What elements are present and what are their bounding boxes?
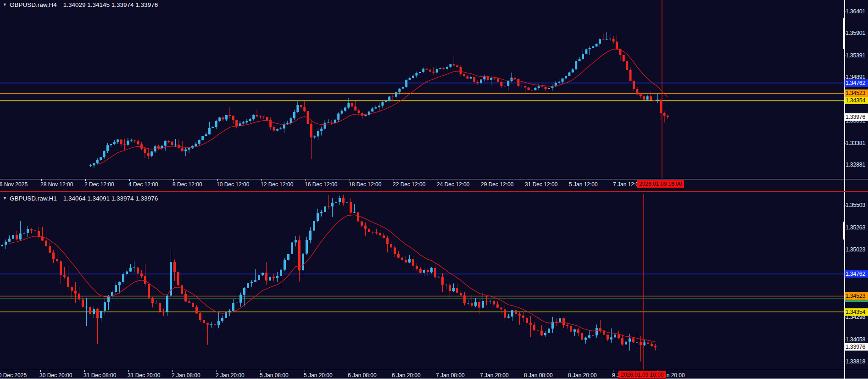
- cursor-time-label: 2026.01.09 16:00: [618, 371, 666, 379]
- current-price-flag: 1.33976: [845, 113, 868, 121]
- price-tick-label: 1.35023: [846, 246, 868, 253]
- price-tick-label: 1.33381: [846, 140, 868, 147]
- axis-range-bar: [843, 18, 845, 49]
- candlestick-series: [89, 32, 669, 168]
- axis-range-bar: [843, 222, 845, 240]
- price-tick-label: 1.36401: [846, 8, 868, 15]
- cursor-time-label: 2026.01.09 16:00: [637, 180, 684, 188]
- orange-level-flag: 1.34523: [845, 89, 868, 97]
- ohlc-values: 1.34029 1.34145 1.33974 1.33976: [63, 1, 158, 8]
- time-label: 8 Jan 20:00: [568, 372, 597, 379]
- chart-title-h1: ▼GBPUSD.raw,H11.34064 1.34091 1.33974 1.…: [3, 195, 158, 202]
- time-axis-h1[interactable]: 30 Dec 202530 Dec 20:0031 Dec 08:0031 De…: [0, 370, 868, 379]
- price-tick-label: 1.32881: [846, 162, 868, 168]
- symbol-period-label: GBPUSD.raw,H4: [10, 1, 57, 8]
- time-label: 24 Dec 12:00: [437, 181, 469, 188]
- yellow-level-flag: 1.34354: [845, 97, 868, 104]
- price-tick-label: 1.33818: [846, 358, 868, 365]
- time-label: 29 Dec 12:00: [481, 181, 513, 188]
- window-marker-icon: ▼: [3, 2, 7, 7]
- time-label: 31 Dec 08:00: [83, 372, 116, 379]
- time-label: 8 Dec 12:00: [172, 181, 202, 188]
- chart-canvas-h1[interactable]: [0, 194, 844, 370]
- price-tick-label: 1.35503: [846, 202, 868, 209]
- time-label: 5 Jan 20:00: [304, 372, 333, 379]
- time-label: 26 Nov 2025: [0, 181, 28, 188]
- time-label: 2 Jan 08:00: [172, 372, 200, 379]
- time-label: 6 Jan 20:00: [392, 372, 421, 379]
- time-label: 16 Dec 12:00: [305, 181, 337, 188]
- panel-separator[interactable]: [0, 191, 868, 192]
- orange-level-flag: 1.34523: [845, 292, 868, 300]
- ohlc-values: 1.34064 1.34091 1.33974 1.33976: [63, 195, 158, 202]
- price-tick-label: 1.35391: [846, 52, 868, 59]
- time-label: 5 Jan 08:00: [260, 372, 289, 379]
- time-label: 22 Dec 12:00: [393, 181, 425, 188]
- time-label: 2 Jan 20:00: [216, 372, 245, 379]
- symbol-period-label: GBPUSD.raw,H1: [10, 195, 57, 202]
- time-label: 5 Jan 12:00: [569, 181, 598, 188]
- mt4-terminal: ▼GBPUSD.raw,H41.34029 1.34145 1.33974 1.…: [0, 0, 868, 379]
- time-label: 31 Dec 12:00: [525, 181, 557, 188]
- price-tick-label: 1.35901: [846, 30, 868, 37]
- moving-average-line: [10, 215, 656, 342]
- candlestick-series: [1, 195, 657, 361]
- time-label: 12 Dec 12:00: [261, 181, 293, 188]
- current-price-flag: 1.33976: [845, 343, 868, 351]
- time-label: 31 Dec 20:00: [128, 372, 160, 379]
- time-label: 2 Dec 12:00: [84, 181, 114, 188]
- time-label: 7 Jan 08:00: [436, 372, 465, 379]
- time-label: 30 Dec 2025: [0, 372, 27, 379]
- chart-title-h4: ▼GBPUSD.raw,H41.34029 1.34145 1.33974 1.…: [3, 1, 158, 8]
- time-axis-h4[interactable]: 26 Nov 202528 Nov 12:002 Dec 12:004 Dec …: [0, 179, 868, 189]
- time-label: 28 Nov 12:00: [40, 181, 73, 188]
- window-marker-icon: ▼: [3, 196, 7, 201]
- price-tick-label: 1.34058: [846, 336, 868, 343]
- yellow-level-flag: 1.34354: [845, 308, 868, 316]
- time-label: 4 Dec 12:00: [128, 181, 158, 188]
- time-label: 7 Jan 20:00: [480, 372, 509, 379]
- price-scale-border: [844, 0, 845, 379]
- blue-level-flag: 1.34762: [845, 270, 868, 278]
- time-label: 18 Dec 12:00: [349, 181, 381, 188]
- time-label: 6 Jan 08:00: [348, 372, 377, 379]
- time-label: 8 Jan 08:00: [524, 372, 553, 379]
- chart-canvas-h4[interactable]: [0, 0, 844, 179]
- blue-level-flag: 1.34762: [845, 79, 868, 87]
- time-label: 10 Dec 12:00: [217, 181, 249, 188]
- price-tick-label: 1.35263: [846, 224, 868, 231]
- time-label: 30 Dec 20:00: [39, 372, 72, 379]
